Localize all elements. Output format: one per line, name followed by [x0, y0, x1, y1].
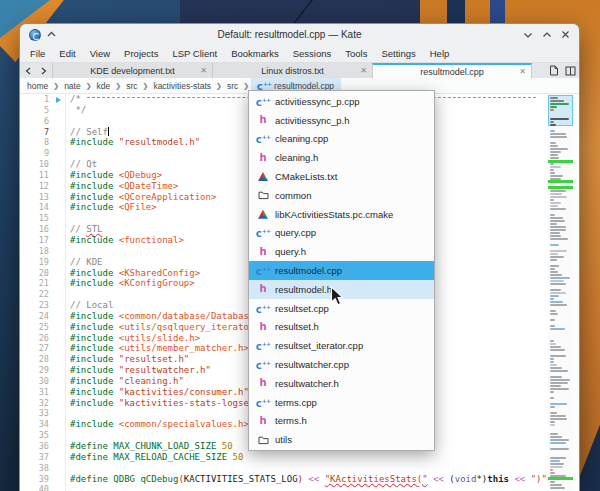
line-number-gutter: 1567891011121314151617181920212223242526…: [20, 94, 66, 491]
dropdown-item-query.cpp[interactable]: c++query.cpp: [249, 224, 434, 243]
line-number: 9: [20, 148, 54, 159]
fold-column[interactable]: [54, 94, 65, 105]
line-number: 28: [20, 354, 54, 365]
tab-back-button[interactable]: [20, 63, 36, 78]
keep-above-pin-icon[interactable]: [47, 31, 56, 38]
fold-column: [54, 137, 65, 148]
tab-close-icon[interactable]: ✕: [519, 68, 526, 76]
dropdown-item-activitiessync_p.h[interactable]: hactivitiessync_p.h: [249, 111, 434, 130]
desktop: { "colors": { "accent": "#3daee9", "c-cm…: [0, 0, 600, 491]
titlebar[interactable]: Default: resultmodel.cpp — Kate: [20, 24, 579, 45]
line-number: 25: [20, 322, 54, 333]
minimap-line-mark: [550, 238, 568, 240]
minimap-change-marker: [548, 180, 573, 183]
gutter-row: 9: [20, 148, 65, 159]
menu-item-file[interactable]: File: [23, 46, 52, 61]
fold-column: [54, 311, 65, 322]
menu-item-lsp-client[interactable]: LSP Client: [165, 46, 224, 61]
fold-column: [54, 159, 65, 170]
dropdown-item-query.h[interactable]: hquery.h: [249, 242, 434, 261]
fold-column: [54, 224, 65, 235]
dropdown-item-activitiessync_p.cpp[interactable]: c++activitiessync_p.cpp: [249, 92, 434, 111]
dropdown-item-resultwatcher.h[interactable]: hresultwatcher.h: [249, 374, 434, 393]
minimap-scrollbar[interactable]: [548, 94, 573, 491]
dropdown-item-terms.cpp[interactable]: c++terms.cpp: [249, 393, 434, 412]
h-file-icon: h: [257, 322, 269, 332]
breadcrumb-item-src[interactable]: src: [224, 78, 241, 93]
dropdown-item-label: resultmodel.cpp: [275, 265, 342, 276]
menu-item-sessions[interactable]: Sessions: [286, 46, 339, 61]
gutter-row: 34: [20, 419, 65, 430]
menu-item-tools[interactable]: Tools: [338, 46, 374, 61]
minimap-line-mark: [550, 151, 561, 153]
breadcrumb-item-kde[interactable]: kde: [94, 78, 114, 93]
line-number: 31: [20, 387, 54, 398]
dropdown-item-common[interactable]: common: [249, 186, 434, 205]
menu-item-bookmarks[interactable]: Bookmarks: [224, 46, 286, 61]
gutter-row: 12: [20, 181, 65, 192]
menu-item-settings[interactable]: Settings: [374, 46, 422, 61]
dropdown-item-utils[interactable]: utils: [249, 430, 434, 449]
menu-item-edit[interactable]: Edit: [52, 46, 82, 61]
breadcrumb-item-home[interactable]: home: [24, 78, 51, 93]
gutter-row: 39: [20, 474, 65, 485]
minimap-line-mark: [550, 364, 557, 366]
tab-Linux distros.txt[interactable]: Linux distros.txt✕: [212, 63, 372, 78]
h-file-icon: h: [257, 153, 269, 163]
split-view-icon[interactable]: [562, 63, 579, 78]
minimap-line-mark: [550, 388, 569, 390]
line-number: 1: [20, 94, 54, 105]
menu-item-view[interactable]: View: [83, 46, 117, 61]
fold-marker-icon[interactable]: [56, 97, 61, 103]
minimap-line-mark: [550, 376, 562, 378]
minimap-line-mark: [550, 382, 568, 384]
code-line: [66, 463, 548, 474]
minimap-line-mark: [550, 349, 565, 351]
dropdown-item-label: resultset_iterator.cpp: [275, 340, 363, 351]
dropdown-item-cleaning.cpp[interactable]: c++cleaning.cpp: [249, 130, 434, 149]
code-text: /*: [66, 94, 81, 105]
minimap-line-mark: [550, 460, 560, 462]
breadcrumb-item-nate[interactable]: nate: [61, 78, 84, 93]
line-number: 21: [20, 278, 54, 289]
minimap-line-mark: [550, 157, 559, 159]
dropdown-item-label: activitiessync_p.cpp: [275, 96, 359, 107]
menu-item-help[interactable]: Help: [423, 46, 457, 61]
header-icon: h: [259, 284, 266, 294]
gutter-row: 8: [20, 137, 65, 148]
line-number: 19: [20, 257, 54, 268]
minimap-line-mark: [550, 148, 568, 150]
fold-column: [54, 484, 65, 491]
dropdown-item-resultwatcher.cpp[interactable]: c++resultwatcher.cpp: [249, 355, 434, 374]
gutter-row: 11: [20, 170, 65, 181]
minimap-line-mark: [550, 208, 566, 210]
dropdown-item-resultset.h[interactable]: hresultset.h: [249, 318, 434, 337]
new-document-icon[interactable]: [545, 63, 562, 78]
cpp-file-icon: c++: [257, 339, 269, 352]
gutter-row: 36: [20, 441, 65, 452]
minimap-line-mark: [550, 466, 563, 468]
dropdown-item-resultmodel.cpp[interactable]: c++resultmodel.cpp: [249, 261, 434, 280]
close-button[interactable]: [561, 30, 570, 39]
breadcrumb-item-kactivities-stats[interactable]: kactivities-stats: [150, 78, 214, 93]
gutter-row: 30: [20, 376, 65, 387]
tab-close-icon[interactable]: ✕: [360, 67, 367, 75]
minimap-line-mark: [550, 343, 556, 345]
maximize-button[interactable]: [542, 31, 552, 39]
fold-column: [54, 127, 65, 138]
tab-resultmodel.cpp[interactable]: resultmodel.cpp✕: [372, 63, 532, 78]
dropdown-item-CMakeLists.txt[interactable]: CMakeLists.txt: [249, 167, 434, 186]
gutter-row: 31: [20, 387, 65, 398]
breadcrumb-item-src[interactable]: src: [123, 78, 140, 93]
dropdown-item-cleaning.h[interactable]: hcleaning.h: [249, 148, 434, 167]
dropdown-item-resultset_iterator.cpp[interactable]: c++resultset_iterator.cpp: [249, 336, 434, 355]
minimize-button[interactable]: [523, 31, 533, 39]
menu-item-projects[interactable]: Projects: [117, 46, 165, 61]
dropdown-item-libKActivitiesStats.pc.cmake[interactable]: libKActivitiesStats.pc.cmake: [249, 205, 434, 224]
tab-forward-button[interactable]: [36, 63, 52, 78]
cpp-icon: c++: [256, 358, 271, 371]
tabbar: KDE development.txt✕Linux distros.txt✕re…: [20, 62, 579, 78]
tab-close-icon[interactable]: ✕: [200, 67, 207, 75]
dropdown-item-terms.h[interactable]: hterms.h: [249, 412, 434, 431]
tab-KDE development.txt[interactable]: KDE development.txt✕: [52, 63, 212, 78]
